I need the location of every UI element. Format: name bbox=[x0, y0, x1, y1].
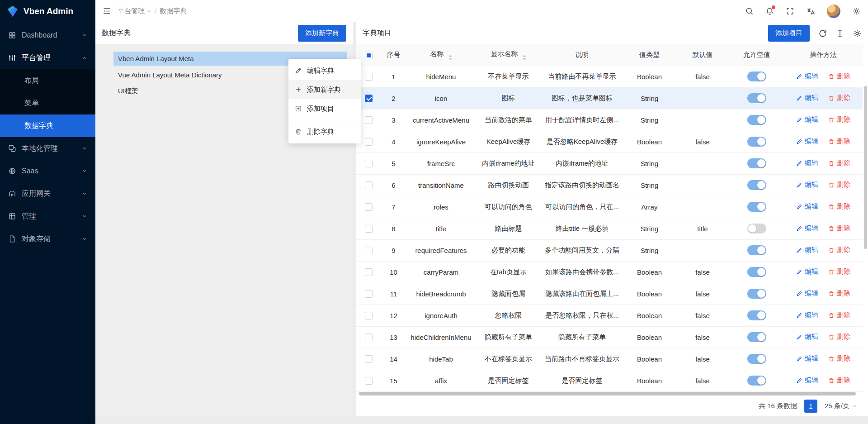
edit-button[interactable]: 编辑 bbox=[796, 224, 818, 233]
row-checkbox[interactable] bbox=[365, 355, 373, 363]
translate-icon[interactable] bbox=[806, 7, 815, 16]
context-menu-add-dictionary[interactable]: 添加新字典 bbox=[288, 80, 361, 99]
context-menu-delete-dictionary[interactable]: 删除字典 bbox=[288, 122, 361, 141]
row-checkbox[interactable] bbox=[365, 95, 373, 102]
sidebar-item-localization[interactable]: 本地化管理 bbox=[0, 137, 95, 160]
nullable-toggle[interactable] bbox=[747, 332, 766, 342]
refresh-icon[interactable] bbox=[818, 29, 827, 38]
add-item-button[interactable]: 添加项目 bbox=[768, 25, 810, 42]
cell-name: hideMenu bbox=[406, 66, 476, 87]
delete-button[interactable]: 删除 bbox=[828, 94, 850, 102]
page-number-button[interactable]: 1 bbox=[804, 400, 817, 413]
delete-button[interactable]: 删除 bbox=[828, 224, 850, 233]
edit-button[interactable]: 编辑 bbox=[796, 311, 818, 319]
delete-button[interactable]: 删除 bbox=[828, 354, 850, 363]
delete-button[interactable]: 删除 bbox=[828, 333, 850, 341]
delete-button[interactable]: 删除 bbox=[828, 376, 850, 385]
delete-button[interactable]: 删除 bbox=[828, 267, 850, 276]
edit-button[interactable]: 编辑 bbox=[796, 181, 818, 189]
table-row: 10 carryParam 在tab页显示 如果该路由会携带参数... Bool… bbox=[356, 261, 863, 283]
breadcrumb-platform[interactable]: 平台管理 bbox=[118, 7, 151, 15]
row-checkbox[interactable] bbox=[365, 290, 373, 298]
sidebar-item-platform-management[interactable]: 平台管理 bbox=[0, 47, 95, 69]
delete-button[interactable]: 删除 bbox=[828, 72, 850, 81]
edit-button[interactable]: 编辑 bbox=[796, 115, 818, 124]
search-icon[interactable] bbox=[745, 7, 754, 15]
sidebar-item-menu[interactable]: 菜单 bbox=[0, 92, 95, 114]
sidebar-item-dashboard[interactable]: Dashboard bbox=[0, 24, 95, 47]
select-all-checkbox[interactable] bbox=[365, 52, 373, 59]
nullable-toggle[interactable] bbox=[747, 245, 766, 255]
edit-button[interactable]: 编辑 bbox=[796, 354, 818, 363]
row-checkbox[interactable] bbox=[365, 181, 373, 189]
nullable-toggle[interactable] bbox=[747, 115, 766, 125]
nullable-toggle[interactable] bbox=[747, 158, 766, 168]
nullable-toggle[interactable] bbox=[747, 376, 766, 386]
row-checkbox[interactable] bbox=[365, 312, 373, 319]
sidebar-item-gateway[interactable]: 应用网关 bbox=[0, 182, 95, 205]
page-size-select[interactable]: 25 条/页 bbox=[825, 402, 857, 410]
delete-button[interactable]: 删除 bbox=[828, 115, 850, 124]
horizontal-scrollbar-thumb[interactable] bbox=[359, 392, 856, 395]
row-checkbox[interactable] bbox=[365, 268, 373, 276]
settings-gear-icon[interactable] bbox=[852, 7, 861, 15]
user-avatar[interactable] bbox=[827, 5, 840, 18]
row-checkbox[interactable] bbox=[365, 138, 373, 146]
nullable-toggle[interactable] bbox=[747, 354, 766, 364]
delete-button[interactable]: 删除 bbox=[828, 289, 850, 298]
row-checkbox[interactable] bbox=[365, 225, 373, 233]
nullable-toggle[interactable] bbox=[747, 71, 766, 81]
sidebar-item-layout[interactable]: 布局 bbox=[0, 69, 95, 92]
sidebar-item-data-dictionary[interactable]: 数据字典 bbox=[0, 114, 95, 137]
edit-button[interactable]: 编辑 bbox=[796, 267, 818, 276]
edit-button[interactable]: 编辑 bbox=[796, 333, 818, 341]
nullable-toggle[interactable] bbox=[747, 93, 766, 103]
delete-button[interactable]: 删除 bbox=[828, 159, 850, 167]
edit-button[interactable]: 编辑 bbox=[796, 72, 818, 81]
nullable-toggle[interactable] bbox=[747, 224, 766, 233]
context-menu-add-item[interactable]: 添加项目 bbox=[288, 99, 361, 118]
add-dictionary-button[interactable]: 添加新字典 bbox=[298, 25, 346, 42]
delete-button[interactable]: 删除 bbox=[828, 202, 850, 211]
breadcrumb: 平台管理 / 数据字典 bbox=[118, 7, 739, 15]
sidebar-item-management[interactable]: 管理 bbox=[0, 205, 95, 228]
nullable-toggle[interactable] bbox=[747, 180, 766, 190]
edit-button[interactable]: 编辑 bbox=[796, 137, 818, 146]
delete-button[interactable]: 删除 bbox=[828, 311, 850, 319]
sidebar-item-object-storage[interactable]: 对象存储 bbox=[0, 228, 95, 250]
row-height-icon[interactable] bbox=[836, 29, 844, 38]
edit-button[interactable]: 编辑 bbox=[796, 94, 818, 102]
row-checkbox[interactable] bbox=[365, 203, 373, 211]
row-checkbox[interactable] bbox=[365, 247, 373, 254]
nullable-toggle[interactable] bbox=[747, 267, 766, 277]
edit-button[interactable]: 编辑 bbox=[796, 376, 818, 385]
notifications-bell-icon[interactable] bbox=[765, 7, 774, 15]
nullable-toggle[interactable] bbox=[747, 289, 766, 299]
fullscreen-icon[interactable] bbox=[786, 7, 794, 15]
delete-button[interactable]: 删除 bbox=[828, 137, 850, 146]
row-checkbox[interactable] bbox=[365, 116, 373, 124]
context-menu-edit-dictionary[interactable]: 编辑字典 bbox=[288, 61, 361, 80]
edit-button[interactable]: 编辑 bbox=[796, 159, 818, 167]
edit-button[interactable]: 编辑 bbox=[796, 246, 818, 254]
nullable-toggle[interactable] bbox=[747, 202, 766, 212]
nullable-toggle[interactable] bbox=[747, 137, 766, 147]
row-checkbox[interactable] bbox=[365, 73, 373, 81]
column-header-name[interactable]: 名称 bbox=[406, 44, 476, 66]
delete-button[interactable]: 删除 bbox=[828, 181, 850, 189]
row-checkbox[interactable] bbox=[365, 160, 373, 167]
row-checkbox[interactable] bbox=[365, 333, 373, 341]
edit-button[interactable]: 编辑 bbox=[796, 202, 818, 211]
edit-button[interactable]: 编辑 bbox=[796, 289, 818, 298]
toggle-knob bbox=[757, 376, 765, 385]
row-checkbox[interactable] bbox=[365, 377, 373, 385]
app-logo[interactable]: Vben Admin bbox=[0, 0, 95, 22]
delete-button[interactable]: 删除 bbox=[828, 246, 850, 254]
toggle-knob bbox=[757, 290, 765, 298]
sidebar-item-saas[interactable]: Saas bbox=[0, 160, 95, 182]
collapse-sidebar-icon[interactable] bbox=[103, 7, 111, 15]
column-header-display-name[interactable]: 显示名称 bbox=[476, 44, 541, 66]
nullable-toggle[interactable] bbox=[747, 310, 766, 320]
vertical-scrollbar[interactable] bbox=[864, 86, 867, 249]
column-settings-gear-icon[interactable] bbox=[853, 29, 862, 38]
